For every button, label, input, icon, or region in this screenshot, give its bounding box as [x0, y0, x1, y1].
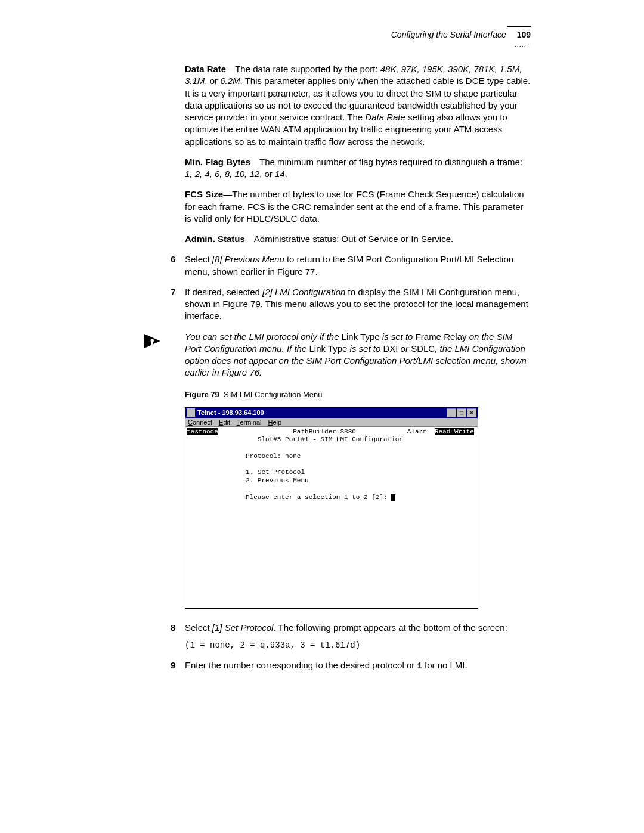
page-number: 109	[517, 30, 531, 39]
term-minflag: Min. Flag Bytes	[185, 157, 250, 167]
text: Enter the number corresponding to the de…	[185, 660, 417, 670]
step-7: 7 If desired, selected [2] LMI Configura…	[185, 286, 531, 323]
page: Configuring the Serial Interface 109 ···…	[0, 0, 644, 710]
maximize-button[interactable]: □	[457, 408, 466, 417]
header-section: Configuring the Serial Interface	[391, 30, 506, 39]
menu-connect[interactable]: Connect	[188, 419, 212, 426]
term-fcs: FCS Size	[185, 189, 223, 199]
para-datarate: Data Rate—The data rate supported by the…	[185, 63, 531, 148]
step-number: 7	[171, 286, 175, 298]
menu-edit[interactable]: Edit	[219, 419, 230, 426]
telnet-window: Telnet - 198.93.64.100 _ □ × Connect Edi…	[185, 407, 478, 609]
titlebar[interactable]: Telnet - 198.93.64.100 _ □ ×	[185, 408, 478, 418]
menu-option-1: 1. Set Protocol	[246, 469, 305, 476]
key-value: 1	[417, 661, 422, 671]
header-rule	[507, 26, 531, 27]
term-datarate: Data Rate	[185, 64, 226, 74]
product-name: PathBuilder S330	[293, 428, 356, 435]
step-6: 6 Select [8] Previous Menu to return to …	[185, 253, 531, 278]
text: , or	[259, 169, 275, 179]
node-name: testnode	[187, 428, 218, 435]
step-number: 8	[171, 622, 175, 634]
text: . The following prompt appears at the bo…	[273, 623, 507, 633]
menu-ref: [2] LMI Configuration	[262, 287, 345, 297]
text: for no LMI.	[422, 660, 467, 670]
text: , or	[205, 76, 220, 86]
figure-caption: SIM LMI Configuration Menu	[224, 390, 322, 399]
para-minflag: Min. Flag Bytes—The minimum number of fl…	[185, 156, 531, 181]
text: —Administrative status: Out of Service o…	[245, 234, 453, 244]
terminal-body[interactable]: testnode PathBuilder S330 Alarm Read-Wri…	[185, 427, 478, 608]
page-header: Configuring the Serial Interface 109 ···…	[119, 30, 531, 39]
vals-minflag: 1, 2, 4, 6, 8, 10, 12	[185, 169, 259, 179]
prompt-text: Please enter a selection 1 to 2 [2]:	[246, 494, 391, 501]
note-text: You can set the LMI protocol only if the…	[185, 331, 531, 379]
header-dots: ·······	[515, 41, 531, 49]
svg-rect-2	[151, 341, 153, 345]
text: —The data rate supported by the port:	[226, 64, 380, 74]
text: —The number of bytes to use for FCS (Fra…	[185, 189, 524, 224]
mode-badge: Read-Write	[435, 428, 474, 435]
para-fcs: FCS Size—The number of bytes to use for …	[185, 188, 531, 225]
menu-terminal[interactable]: Terminal	[237, 419, 262, 426]
cursor-icon	[391, 494, 395, 501]
text: —The minimum number of flag bytes requir…	[250, 157, 522, 167]
para-admin: Admin. Status—Administrative status: Out…	[185, 233, 531, 245]
system-menu-icon[interactable]	[187, 408, 195, 417]
close-button[interactable]: ×	[467, 408, 476, 417]
text: If desired, selected	[185, 287, 262, 297]
text: Select	[185, 254, 212, 264]
menu-ref: [8] Previous Menu	[212, 254, 284, 264]
info-arrow-icon	[143, 331, 163, 353]
code-line: (1 = none, 2 = q.933a, 3 = t1.617d)	[185, 640, 531, 651]
figure-label: Figure 79 SIM LMI Configuration Menu	[185, 390, 531, 399]
alarm-label: Alarm	[407, 428, 427, 435]
step-9: 9 Enter the number corresponding to the …	[185, 659, 531, 672]
val-last: 6.2M	[220, 76, 240, 86]
menu-ref: [1] Set Protocol	[212, 623, 274, 633]
screen-subtitle: Slot#5 Port#1 - SIM LMI Configuration	[258, 436, 403, 443]
note: You can set the LMI protocol only if the…	[161, 331, 531, 379]
val-last: 14	[275, 169, 285, 179]
step-8: 8 Select [1] Set Protocol. The following…	[185, 622, 531, 634]
menu-option-2: 2. Previous Menu	[246, 477, 309, 484]
step-number: 6	[171, 253, 175, 265]
term-italic: Data Rate	[365, 112, 405, 122]
window-title: Telnet - 198.93.64.100	[197, 409, 264, 416]
menu-help[interactable]: Help	[268, 419, 282, 426]
protocol-line: Protocol: none	[246, 453, 301, 460]
text: .	[285, 169, 287, 179]
text: Select	[185, 623, 212, 633]
content: Data Rate—The data rate supported by the…	[185, 63, 531, 672]
menubar[interactable]: Connect Edit Terminal Help	[185, 418, 478, 427]
step-number: 9	[171, 659, 175, 671]
term-admin: Admin. Status	[185, 234, 245, 244]
minimize-button[interactable]: _	[447, 408, 456, 417]
figure-number: Figure 79	[185, 390, 219, 399]
